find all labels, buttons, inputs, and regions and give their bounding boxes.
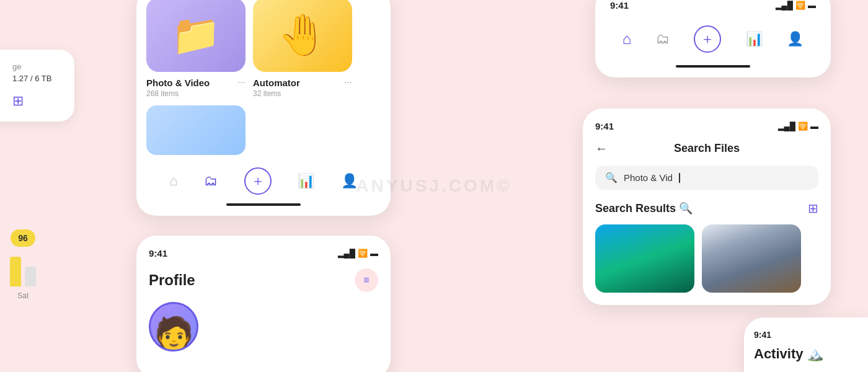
signal-icon-profile: ▂▄█	[338, 249, 355, 258]
nav-home-icon[interactable]: ⌂	[169, 173, 177, 189]
avatar-icon: 🧑	[154, 317, 194, 350]
phone-card-search: 9:41 ▂▄█ 🛜 ▬ ← Search Files 🔍 Photo & Vi…	[583, 108, 831, 305]
photo-video-info: Photo & Video ··· 268 items	[146, 77, 246, 98]
top-nav-home-icon[interactable]: ⌂	[622, 30, 632, 48]
activity-emoji: 🏔️	[807, 346, 823, 362]
top-nav-add-button[interactable]: ＋	[694, 25, 721, 53]
photo-video-count: 268 items	[146, 89, 246, 98]
search-icon: 🔍	[605, 172, 618, 184]
results-title: Search Results 🔍	[595, 202, 693, 215]
top-nav-icons: ⌂ 🗂 ＋ 📊 👤	[610, 20, 816, 60]
results-header: Search Results 🔍 ⊞	[595, 201, 818, 216]
status-bar-search: 9:41 ▂▄█ 🛜 ▬	[595, 121, 818, 131]
stat-badge: 96	[11, 229, 35, 247]
nav-user-icon[interactable]: 👤	[341, 173, 358, 189]
activity-time: 9:41	[754, 330, 858, 340]
storage-label: ge	[12, 62, 62, 71]
battery-icon-search: ▬	[810, 122, 818, 131]
battery-icon: ▬	[808, 1, 816, 10]
status-time-search: 9:41	[595, 121, 614, 131]
top-nav-folder-icon[interactable]: 🗂	[656, 31, 670, 47]
battery-icon-profile: ▬	[370, 249, 378, 258]
phone-card-profile: 9:41 ▂▄█ 🛜 ▬ Profile ≡ 🧑	[136, 236, 391, 372]
stat-widget: 96 Sat	[0, 223, 46, 306]
wifi-icon-search: 🛜	[798, 122, 808, 131]
blue-thumb	[146, 105, 246, 155]
result-thumb-mountain	[702, 224, 801, 293]
activity-title: Activity	[754, 346, 803, 362]
result-thumb-teal	[595, 224, 694, 293]
hamburger-button[interactable]: ≡	[355, 268, 378, 292]
phone-card-top-right: 9:41 ▂▄█ 🛜 ▬ ⌂ 🗂 ＋ 📊 👤	[595, 0, 831, 78]
phone-card-activity: 9:41 Activity 🏔️	[744, 317, 868, 372]
search-title: Search Files	[618, 142, 796, 155]
search-input[interactable]: Photo & Vid	[624, 172, 673, 183]
nav-add-button[interactable]: ＋	[244, 167, 272, 195]
results-grid-icon[interactable]: ⊞	[808, 201, 818, 216]
search-header: ← Search Files	[595, 141, 818, 156]
back-arrow-icon[interactable]: ←	[595, 141, 608, 156]
status-bar-top-right: 9:41 ▂▄█ 🛜 ▬	[610, 0, 816, 11]
photo-video-item: 📁 Photo & Video ··· 268 items	[146, 0, 246, 98]
results-grid	[595, 224, 818, 293]
top-nav-stats-icon[interactable]: 📊	[746, 31, 763, 47]
grid-icon: ⊞	[12, 93, 62, 109]
stat-bars	[10, 249, 36, 286]
bottom-nav: ⌂ 🗂 ＋ 📊 👤	[146, 160, 381, 200]
automator-more[interactable]: ···	[344, 77, 352, 88]
top-nav-user-icon[interactable]: 👤	[787, 31, 804, 47]
status-time-top-right: 9:41	[610, 0, 629, 11]
photo-video-title: Photo & Video	[146, 78, 210, 88]
profile-title: Profile	[149, 272, 195, 289]
bar-active	[10, 257, 21, 286]
results-search-icon: 🔍	[679, 202, 693, 215]
left-storage-card: ge 1.27 / 6 TB ⊞	[0, 50, 74, 122]
nav-folder-icon[interactable]: 🗂	[204, 173, 218, 189]
signal-icon-search: ▂▄█	[778, 122, 795, 131]
nav-bar-indicator	[226, 203, 301, 206]
storage-value: 1.27 / 6 TB	[12, 74, 62, 83]
status-icons: ▂▄█ 🛜 ▬	[776, 1, 816, 10]
profile-header-row: Profile ≡	[149, 268, 378, 292]
automator-title: Automator	[253, 78, 300, 88]
nav-stats-icon[interactable]: 📊	[298, 173, 314, 189]
status-time-profile: 9:41	[149, 248, 167, 259]
stat-day-label: Sat	[17, 291, 29, 300]
activity-title-row: Activity 🏔️	[754, 346, 858, 362]
bar-inactive	[25, 267, 36, 286]
wifi-icon-profile: 🛜	[358, 249, 368, 258]
photo-video-thumb: 📁	[146, 0, 246, 72]
folder-3d-icon: 📁	[171, 12, 221, 58]
status-bar-profile: 9:41 ▂▄█ 🛜 ▬	[149, 248, 378, 259]
phone-card-main: 📁 Photo & Video ··· 268 items 🤚 Automato…	[136, 0, 391, 216]
phone-nav-bar-top-right	[676, 65, 750, 68]
items-row: 📁 Photo & Video ··· 268 items 🤚 Automato…	[146, 0, 381, 98]
avatar: 🧑	[149, 302, 198, 352]
automator-count: 32 items	[253, 89, 352, 98]
hand-3d-icon: 🤚	[278, 12, 327, 58]
wifi-icon: 🛜	[795, 1, 805, 10]
status-icons-search: ▂▄█ 🛜 ▬	[778, 122, 818, 131]
search-input-row[interactable]: 🔍 Photo & Vid	[595, 166, 818, 190]
automator-thumb: 🤚	[253, 0, 352, 72]
photo-video-more[interactable]: ···	[237, 77, 246, 88]
text-cursor	[679, 173, 680, 183]
automator-item: 🤚 Automator ··· 32 items	[253, 0, 352, 98]
status-icons-profile: ▂▄█ 🛜 ▬	[338, 249, 378, 258]
automator-info: Automator ··· 32 items	[253, 77, 352, 98]
signal-icon: ▂▄█	[776, 1, 793, 10]
